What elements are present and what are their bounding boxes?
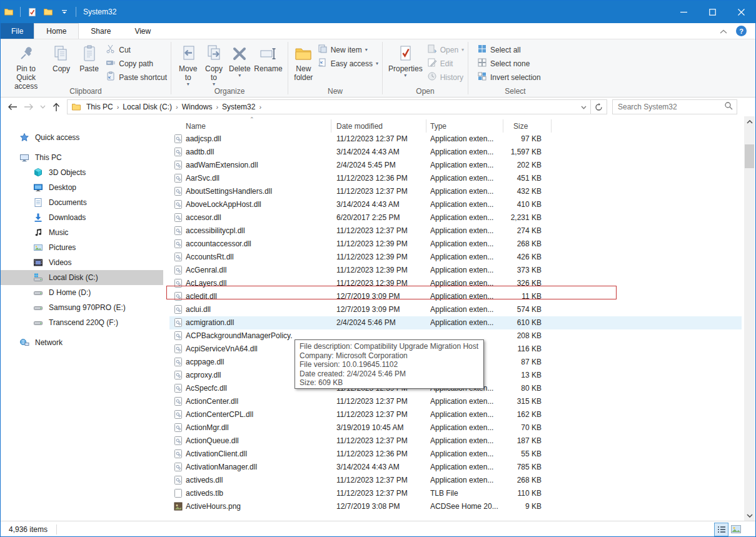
file-row[interactable]: accountaccessor.dll11/12/2023 12:39 PMAp… — [169, 238, 742, 251]
delete-button[interactable]: Delete ▾ — [227, 42, 253, 79]
qat-new-folder-button[interactable] — [43, 6, 54, 18]
file-row[interactable]: ActivationClient.dll11/12/2023 12:36 PMA… — [169, 448, 742, 461]
new-item-button[interactable]: New item ▾ — [318, 44, 378, 56]
file-row[interactable]: aclui.dll12/7/2019 3:09 PMApplication ex… — [169, 303, 742, 316]
search-input[interactable] — [617, 102, 724, 112]
search-icon[interactable] — [724, 101, 733, 113]
tab-view[interactable]: View — [123, 23, 163, 39]
file-row[interactable]: acledit.dll12/7/2019 3:09 PMApplication … — [169, 290, 742, 303]
breadcrumb-item[interactable]: Local Disk (C:) — [120, 100, 174, 114]
help-icon[interactable]: ? — [736, 26, 747, 36]
sidebar-item-desktop[interactable]: Desktop — [1, 180, 163, 195]
open-button[interactable]: Open ▾ — [427, 44, 464, 56]
paste-shortcut-button[interactable]: Paste shortcut — [106, 71, 167, 83]
column-header-name[interactable]: Name — [186, 122, 206, 131]
sidebar-item-documents[interactable]: Documents — [1, 195, 163, 210]
large-icons-view-button[interactable] — [728, 523, 743, 536]
pin-to-quick-access-button[interactable]: Pin to Quick access — [4, 42, 48, 92]
file-row[interactable]: ActiveHours.png12/7/2019 3:08 PMACDSee H… — [169, 500, 742, 513]
file-row[interactable]: AarSvc.dll11/12/2023 12:36 PMApplication… — [169, 172, 742, 185]
move-to-button[interactable]: Move to ▾ — [175, 42, 201, 88]
copy-to-button[interactable]: Copy to ▾ — [201, 42, 226, 88]
file-row[interactable]: ActionCenter.dll11/12/2023 12:37 PMAppli… — [169, 395, 742, 408]
history-button[interactable]: History — [427, 71, 464, 83]
refresh-icon[interactable] — [591, 99, 607, 114]
easy-access-button[interactable]: Easy access ▾ — [318, 58, 378, 69]
forward-icon[interactable] — [21, 99, 37, 114]
tab-home[interactable]: Home — [34, 23, 79, 39]
details-view-button[interactable] — [714, 523, 728, 536]
file-row[interactable]: AcLayers.dll11/12/2023 12:39 PMApplicati… — [169, 277, 742, 290]
file-row[interactable]: AboveLockAppHost.dll3/14/2024 4:43 AMApp… — [169, 198, 742, 211]
sidebar-item-music[interactable]: Music — [1, 225, 163, 240]
address-dropdown-icon[interactable] — [577, 104, 590, 111]
sidebar-item-transcend-220q-f-[interactable]: Transcend 220Q (F:) — [1, 315, 163, 330]
file-row[interactable]: accesor.dll6/20/2017 2:25 PMApplication … — [169, 211, 742, 224]
scroll-up-icon[interactable] — [744, 116, 755, 127]
column-header-date[interactable]: Date modified — [336, 122, 383, 131]
file-row[interactable]: aadjcsp.dll11/12/2023 12:37 PMApplicatio… — [169, 133, 742, 146]
copy-button[interactable]: Copy — [48, 42, 75, 74]
file-row[interactable]: aadtb.dll3/14/2024 4:43 AMApplication ex… — [169, 146, 742, 159]
vertical-scrollbar[interactable] — [744, 116, 755, 521]
edit-button[interactable]: Edit — [427, 58, 464, 69]
tab-file[interactable]: File — [1, 23, 34, 39]
file-row[interactable]: AboutSettingsHandlers.dll11/12/2023 12:3… — [169, 185, 742, 198]
breadcrumb-separator-icon[interactable]: › — [174, 103, 179, 111]
cut-button[interactable]: Cut — [106, 44, 167, 56]
properties-button[interactable]: Properties ▾ — [386, 42, 425, 79]
file-row[interactable]: ActionCenterCPL.dll11/12/2023 12:37 PMAp… — [169, 408, 742, 421]
file-row[interactable]: activeds.dll11/12/2023 12:37 PMApplicati… — [169, 474, 742, 487]
paste-button[interactable]: Paste — [75, 42, 104, 74]
back-icon[interactable] — [4, 99, 21, 114]
file-row[interactable]: activeds.tlb11/12/2023 12:37 PMTLB File1… — [169, 487, 742, 500]
scrollbar-thumb[interactable] — [745, 144, 754, 168]
sidebar-item-downloads[interactable]: Downloads — [1, 210, 163, 225]
copy-path-button[interactable]: Copy path — [106, 58, 167, 69]
sidebar-item-this-pc[interactable]: This PC — [1, 150, 163, 165]
sidebar-item-samsung-970pro-e-[interactable]: Samsung 970PRO (E:) — [1, 300, 163, 315]
sidebar-item-local-disk-c-[interactable]: Local Disk (C:) — [1, 270, 163, 285]
breadcrumb-item[interactable]: System32 — [219, 100, 258, 114]
qat-properties-button[interactable] — [26, 6, 38, 18]
file-row[interactable]: ActionMgr.dll3/19/2019 10:45 AMApplicati… — [169, 421, 742, 434]
select-none-button[interactable]: Select none — [477, 58, 541, 69]
breadcrumb-separator-icon[interactable]: › — [214, 103, 219, 111]
file-row[interactable]: aadWamExtension.dll2/4/2024 5:45 PMAppli… — [169, 159, 742, 172]
up-icon[interactable] — [48, 99, 64, 114]
minimize-button[interactable] — [669, 1, 698, 23]
new-folder-button[interactable]: New folder — [292, 42, 315, 83]
file-row[interactable]: ActivationManager.dll3/14/2024 4:43 AMAp… — [169, 461, 742, 474]
breadcrumb-separator-icon[interactable]: › — [258, 103, 263, 111]
rename-button[interactable]: Rename — [253, 42, 284, 74]
sidebar-item-videos[interactable]: Videos — [1, 255, 163, 270]
file-date-modified: 3/14/2024 4:43 AM — [336, 198, 427, 211]
invert-selection-button[interactable]: Invert selection — [477, 71, 541, 83]
breadcrumb-item[interactable]: Windows — [179, 100, 215, 114]
breadcrumb-separator-icon[interactable]: › — [116, 103, 121, 111]
close-button[interactable] — [727, 1, 755, 23]
breadcrumb[interactable]: This PC›Local Disk (C:)›Windows›System32… — [67, 99, 591, 114]
file-row[interactable]: AccountsRt.dll11/12/2023 12:39 PMApplica… — [169, 251, 742, 264]
sidebar-item-quick-access[interactable]: Quick access — [1, 130, 163, 145]
drive-icon — [33, 318, 43, 328]
sidebar-item-network[interactable]: Network — [1, 335, 163, 350]
file-row[interactable]: acmigration.dll2/4/2024 5:46 PMApplicati… — [169, 316, 742, 329]
recent-locations-icon[interactable] — [37, 99, 48, 114]
breadcrumb-item[interactable]: This PC — [84, 100, 116, 114]
sidebar-item-pictures[interactable]: Pictures — [1, 240, 163, 255]
scroll-down-icon[interactable] — [744, 510, 755, 521]
qat-customize-dropdown[interactable] — [59, 6, 70, 18]
sidebar-item-3d-objects[interactable]: 3D Objects — [1, 165, 163, 180]
maximize-button[interactable] — [698, 1, 727, 23]
collapse-ribbon-icon[interactable] — [720, 26, 727, 37]
sidebar-item-d-home-d-[interactable]: D Home (D:) — [1, 285, 163, 300]
column-header-type[interactable]: Type — [430, 122, 446, 131]
file-row[interactable]: AcGenral.dll11/12/2023 12:39 PMApplicati… — [169, 264, 742, 277]
select-all-button[interactable]: Select all — [477, 44, 541, 56]
sidebar-item-label: Desktop — [49, 183, 76, 192]
column-header-size[interactable]: Size — [513, 122, 528, 131]
file-row[interactable]: accessibilitycpl.dll11/12/2023 12:37 PMA… — [169, 224, 742, 238]
file-row[interactable]: ActionQueue.dll11/12/2023 12:37 PMApplic… — [169, 434, 742, 448]
tab-share[interactable]: Share — [79, 23, 123, 39]
